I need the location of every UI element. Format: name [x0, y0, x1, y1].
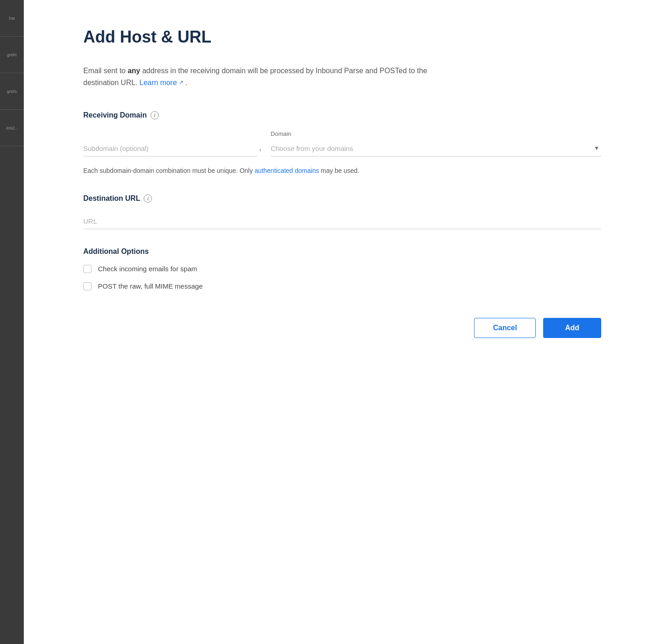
- dot-separator: .: [257, 142, 264, 156]
- description-text: Email sent to any address in the receivi…: [83, 65, 431, 88]
- learn-more-link[interactable]: Learn more ↗: [140, 77, 183, 89]
- domain-group: Domain Choose from your domains ▼: [271, 130, 601, 156]
- domain-select-wrapper: Choose from your domains ▼: [271, 141, 601, 156]
- destination-url-header: Destination URL i: [83, 194, 601, 203]
- section-header: Receiving Domain i: [83, 111, 601, 119]
- destination-url-info-icon[interactable]: i: [144, 194, 152, 203]
- helper-text-suffix: may be used.: [319, 167, 359, 174]
- checkbox-group: Check incoming emails for spam POST the …: [83, 265, 601, 290]
- destination-url-title: Destination URL: [83, 194, 140, 203]
- domain-helper-text: Each subdomain-domain combination must b…: [83, 166, 601, 176]
- sidebar-item-grid-s[interactable]: grid/s: [0, 73, 24, 110]
- spam-check-item: Check incoming emails for spam: [83, 265, 601, 273]
- raw-mime-checkbox[interactable]: [83, 282, 92, 290]
- sidebar-item-label: grid/c: [7, 53, 17, 57]
- domain-select[interactable]: Choose from your domains: [271, 141, 601, 156]
- sidebar: hat grid/c grid/s Jo6Z...: [0, 0, 24, 644]
- raw-mime-label[interactable]: POST the raw, full MIME message: [98, 282, 203, 290]
- url-input[interactable]: [83, 214, 601, 229]
- sidebar-item-jo6z[interactable]: Jo6Z...: [0, 110, 24, 146]
- description-emphasis: any: [128, 67, 140, 75]
- subdomain-group: [83, 141, 257, 156]
- spam-check-label[interactable]: Check incoming emails for spam: [98, 265, 197, 273]
- domain-row: . Domain Choose from your domains ▼: [83, 130, 601, 156]
- receiving-domain-section: Receiving Domain i . Domain Choose from …: [83, 111, 601, 176]
- sidebar-item-hat[interactable]: hat: [0, 0, 24, 37]
- sidebar-item-label: Jo6Z...: [5, 126, 18, 130]
- learn-more-text: Learn more: [140, 77, 177, 89]
- cancel-button[interactable]: Cancel: [474, 318, 535, 338]
- external-link-icon: ↗: [179, 78, 183, 87]
- raw-mime-item: POST the raw, full MIME message: [83, 282, 601, 290]
- sidebar-item-label: hat: [9, 16, 15, 21]
- destination-url-section: Destination URL i: [83, 194, 601, 229]
- description-prefix: Email sent to: [83, 67, 128, 75]
- sidebar-item-label: grid/s: [7, 89, 17, 94]
- helper-text-prefix: Each subdomain-domain combination must b…: [83, 167, 254, 174]
- additional-options-section: Additional Options Check incoming emails…: [83, 247, 601, 290]
- authenticated-domains-link[interactable]: authenticated domains: [254, 167, 319, 174]
- spam-check-checkbox[interactable]: [83, 265, 92, 273]
- main-content: Add Host & URL Email sent to any address…: [24, 0, 647, 644]
- button-row: Cancel Add: [83, 318, 601, 338]
- receiving-domain-info-icon[interactable]: i: [151, 111, 159, 119]
- subdomain-input[interactable]: [83, 141, 257, 156]
- receiving-domain-title: Receiving Domain: [83, 111, 147, 119]
- additional-options-title: Additional Options: [83, 247, 601, 256]
- domain-field-label: Domain: [271, 130, 601, 137]
- page-title: Add Host & URL: [83, 27, 601, 47]
- add-button[interactable]: Add: [543, 318, 601, 338]
- sidebar-item-grid-c[interactable]: grid/c: [0, 37, 24, 73]
- sidebar-nav: hat grid/c grid/s Jo6Z...: [0, 0, 24, 146]
